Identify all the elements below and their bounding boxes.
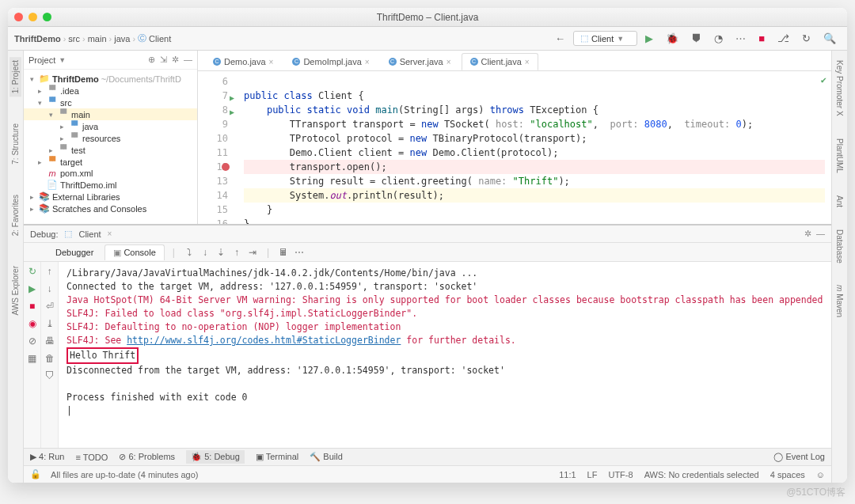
stop-button[interactable]: ■	[754, 31, 770, 46]
git-button[interactable]: ⎇	[773, 31, 794, 46]
close-tab-icon[interactable]: ×	[269, 58, 274, 66]
tree-item[interactable]: ▸📚Scratches and Consoles	[24, 203, 197, 214]
update-button[interactable]: ↻	[797, 31, 815, 46]
coverage-button[interactable]: ⛊	[686, 31, 706, 46]
sidebar-tab-structure[interactable]: 7: Structure	[10, 120, 21, 168]
force-step-icon[interactable]: ⇣	[215, 246, 227, 259]
resume-icon[interactable]: ▶	[26, 282, 39, 295]
status-indent[interactable]: 4 spaces	[770, 470, 805, 479]
tree-item[interactable]: 📄ThriftDemo.iml	[24, 179, 197, 191]
breadcrumb[interactable]: ThriftDemo› src› main› java› ⒸClient	[14, 32, 171, 44]
sidebar-tab-ant[interactable]: Ant	[834, 192, 846, 210]
up-icon[interactable]: ↑	[44, 265, 56, 278]
close-tab-icon[interactable]: ×	[365, 58, 370, 66]
clear-icon[interactable]: 🗑	[44, 352, 56, 365]
tree-item[interactable]: ▾▝▘main	[24, 108, 197, 120]
breakpoint-icon[interactable]	[222, 163, 230, 171]
breadcrumb-root[interactable]: ThriftDemo	[14, 34, 61, 44]
trace-icon[interactable]: ⋯	[293, 246, 306, 259]
bottom-tab-build[interactable]: 🔨 Build	[310, 452, 343, 462]
gutter[interactable]: 67▶8▶910111213141516	[198, 71, 238, 224]
settings-icon[interactable]: ✲	[172, 55, 179, 65]
status-position[interactable]: 11:1	[559, 470, 576, 479]
sidebar-tab-maven[interactable]: m Maven	[834, 282, 846, 320]
tree-item[interactable]: ▸▝▘test	[24, 144, 197, 156]
stop-icon[interactable]: ■	[26, 300, 39, 313]
tree-item[interactable]: ▸▝▘target	[24, 156, 197, 168]
console-output[interactable]: /Library/Java/JavaVirtualMachines/jdk-14…	[59, 262, 831, 448]
sidebar-tab-database[interactable]: Database	[834, 226, 846, 267]
hide-icon[interactable]: —	[816, 229, 825, 239]
sidebar-tab-aws[interactable]: AWS Explorer	[10, 263, 21, 318]
bottom-tab-terminal[interactable]: ▣ Terminal	[256, 452, 298, 462]
rerun-icon[interactable]: ↻	[26, 265, 39, 278]
status-line-sep[interactable]: LF	[587, 470, 598, 479]
soft-wrap-icon[interactable]: ⏎	[44, 300, 56, 313]
close-icon[interactable]: ×	[108, 229, 112, 238]
status-lock-icon[interactable]: 🔓	[30, 469, 41, 479]
profile-button[interactable]: ◔	[709, 31, 728, 46]
close-tab-icon[interactable]: ×	[525, 58, 530, 66]
search-button[interactable]: 🔍	[819, 31, 841, 46]
layout-icon[interactable]: ▦	[26, 352, 39, 365]
print-icon[interactable]: 🖶	[44, 335, 56, 347]
breadcrumb-item[interactable]: main	[88, 34, 107, 44]
select-opened-icon[interactable]: ⊕	[148, 55, 155, 65]
expand-all-icon[interactable]: ⇲	[160, 55, 167, 65]
sidebar-tab-favorites[interactable]: 2: Favorites	[10, 191, 21, 239]
editor-tab[interactable]: CServer.java×	[380, 53, 460, 70]
bottom-tab-problems[interactable]: ⊘ 6: Problems	[119, 452, 175, 462]
run-configuration-selector[interactable]: ⬚Client▼	[573, 31, 637, 46]
status-inspections-icon[interactable]: ☺	[816, 470, 825, 479]
run-gutter-icon[interactable]: ▶	[230, 105, 234, 119]
gear-icon[interactable]: ✲	[804, 229, 811, 239]
step-into-icon[interactable]: ↓	[199, 246, 211, 259]
tree-item[interactable]: ▸▝▘resources	[24, 132, 197, 144]
run-button[interactable]: ▶	[640, 31, 658, 46]
status-encoding[interactable]: UTF-8	[608, 470, 633, 479]
zoom-window-icon[interactable]	[43, 13, 51, 21]
filter-icon[interactable]: ⛉	[44, 369, 56, 382]
event-log-button[interactable]: ◯ Event Log	[773, 452, 825, 462]
sidebar-tab-plantuml[interactable]: PlantUML	[834, 135, 846, 176]
editor-tab[interactable]: CClient.java×	[462, 53, 538, 70]
evaluate-icon[interactable]: 🖩	[277, 246, 290, 259]
attach-button[interactable]: ⋯	[731, 31, 750, 46]
scroll-end-icon[interactable]: ⤓	[44, 317, 56, 330]
tree-item[interactable]: ▸📚External Libraries	[24, 191, 197, 203]
sidebar-tab-project[interactable]: 1: Project	[10, 57, 21, 97]
inspection-ok-icon[interactable]: ✔	[821, 74, 826, 85]
down-icon[interactable]: ↓	[44, 282, 56, 295]
code-editor[interactable]: public class Client { public static void…	[238, 71, 831, 224]
bottom-tab-run[interactable]: ▶ 4: Run	[30, 452, 64, 462]
tree-item[interactable]: ▾▝▘src	[24, 97, 197, 108]
step-out-icon[interactable]: ↑	[230, 246, 243, 259]
editor-tab[interactable]: CDemo.java×	[204, 53, 282, 70]
bottom-tab-todo[interactable]: ≡ TODO	[75, 453, 108, 462]
mute-bp-icon[interactable]: ⊘	[26, 335, 39, 347]
sidebar-tab-keypromoter[interactable]: Key Promoter X	[834, 57, 846, 119]
step-over-icon[interactable]: ⤵	[183, 246, 196, 259]
hide-icon[interactable]: —	[184, 55, 192, 65]
close-tab-icon[interactable]: ×	[446, 58, 451, 66]
run-gutter-icon[interactable]: ▶	[230, 91, 234, 105]
breadcrumb-item[interactable]: Client	[149, 34, 171, 44]
run-to-cursor-icon[interactable]: ⇥	[246, 246, 259, 259]
tree-root[interactable]: ▾📁ThriftDemo ~/Documents/ThriftD	[24, 73, 197, 85]
tree-item[interactable]: ▸▝▘.idea	[24, 85, 197, 97]
console-link[interactable]: http://www.slf4j.org/codes.html#StaticLo…	[127, 335, 401, 346]
tree-item[interactable]: ▸▝▘java	[24, 120, 197, 132]
status-aws[interactable]: AWS: No credentials selected	[644, 470, 759, 479]
tab-console[interactable]: ▣ Console	[104, 244, 164, 260]
breadcrumb-item[interactable]: src	[68, 34, 80, 44]
breadcrumb-item[interactable]: java	[114, 34, 130, 44]
close-window-icon[interactable]	[14, 13, 23, 21]
tab-debugger[interactable]: Debugger	[48, 245, 101, 260]
breakpoints-icon[interactable]: ◉	[26, 317, 39, 330]
bottom-tab-debug[interactable]: 🐞 5: Debug	[186, 450, 245, 464]
debug-button[interactable]: 🐞	[661, 31, 683, 46]
tree-item[interactable]: mpom.xml	[24, 168, 197, 179]
back-button[interactable]: ←	[550, 31, 570, 46]
minimize-window-icon[interactable]	[28, 13, 37, 21]
editor-tab[interactable]: CDemoImpl.java×	[283, 53, 378, 70]
